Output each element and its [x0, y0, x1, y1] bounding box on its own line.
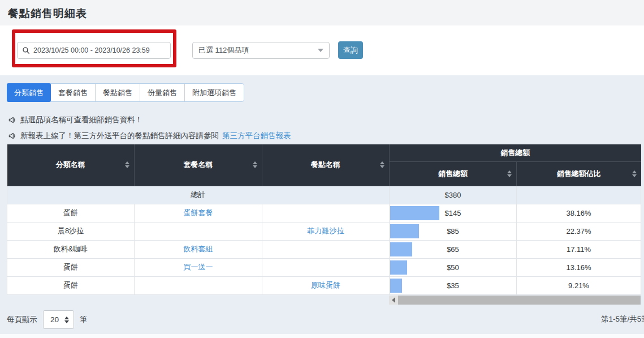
share-cell: 9.21%	[517, 276, 641, 294]
sales-table: 分類名稱 套餐名稱 餐點名稱 銷售總額 銷售總額	[7, 144, 641, 295]
category-cell: 蛋餅	[7, 276, 135, 294]
combo-link[interactable]: 買一送一	[184, 263, 213, 271]
amount-bar	[390, 242, 412, 256]
notice-tip: 點選品項名稱可查看細部銷售資料！	[8, 115, 142, 125]
notice-new-report: 新報表上線了！第三方外送平台的餐點銷售詳細內容請參閱第三方平台銷售報表	[8, 131, 291, 141]
notice-tip-text: 點選品項名稱可查看細部銷售資料！	[20, 115, 142, 125]
items-dropdown[interactable]: 已選 112個品項	[192, 42, 330, 59]
sort-icon[interactable]	[380, 161, 384, 168]
tab-meal-sales[interactable]: 餐點銷售	[96, 84, 140, 101]
stepper-arrows-icon	[64, 316, 69, 323]
meal-link[interactable]: 原味蛋餅	[311, 281, 340, 289]
sort-icon[interactable]	[125, 161, 129, 168]
combo-cell	[135, 276, 262, 294]
top-band: 餐點銷售明細表	[0, 0, 644, 25]
bottom-strip	[0, 334, 644, 338]
page-size-label: 每頁顯示	[7, 315, 37, 325]
amount-cell: $145	[390, 204, 517, 222]
combo-cell: 買一送一	[135, 258, 262, 276]
date-range-value: 2023/10/25 00:00 - 2023/10/26 23:59	[33, 46, 150, 54]
tab-combo-sales[interactable]: 套餐銷售	[51, 84, 96, 101]
page-size-select[interactable]: 20	[43, 310, 74, 329]
category-cell: 飲料&咖啡	[7, 240, 135, 258]
meal-cell: 菲力雞沙拉	[262, 222, 390, 240]
share-cell: 13.16%	[517, 258, 641, 276]
category-cell: 蛋餅	[7, 258, 135, 276]
combo-link[interactable]: 蛋餅套餐	[184, 208, 213, 217]
table-row: 晨8沙拉 菲力雞沙拉 $85 22.37%	[7, 222, 641, 240]
amount-bar	[390, 206, 439, 220]
total-amount: $380	[390, 186, 517, 204]
category-cell: 蛋餅	[7, 204, 135, 222]
report-content: 分類銷售 套餐銷售 餐點銷售 份量銷售 附加選項銷售 點選品項名稱可查看細部銷售…	[0, 75, 644, 338]
query-button[interactable]: 查詢	[338, 41, 363, 59]
amount-cell: $50	[390, 258, 517, 276]
unit-label: 筆	[80, 315, 88, 325]
table-row: 蛋餅 原味蛋餅 $35 9.21%	[7, 276, 641, 294]
share-cell: 17.11%	[517, 240, 641, 258]
tab-addon-sales[interactable]: 附加選項銷售	[185, 84, 244, 101]
col-header-sales-total[interactable]: 銷售總額	[390, 161, 517, 186]
combo-cell: 蛋餅套餐	[135, 204, 262, 222]
meal-cell: 原味蛋餅	[262, 276, 390, 294]
meal-cell	[262, 258, 390, 276]
scrollbar-thumb[interactable]	[398, 296, 641, 305]
share-cell: 22.37%	[517, 222, 641, 240]
pagination-controls: 每頁顯示 20 筆	[7, 310, 88, 329]
meal-cell	[262, 240, 390, 258]
col-group-sales: 銷售總額	[390, 144, 641, 161]
horizontal-scrollbar[interactable]	[389, 296, 641, 305]
total-share	[517, 186, 641, 204]
search-icon	[22, 46, 30, 54]
items-dropdown-value: 已選 112個品項	[198, 45, 249, 55]
tab-category-sales[interactable]: 分類銷售	[7, 83, 51, 102]
megaphone-icon	[8, 115, 17, 125]
page-title: 餐點銷售明細表	[8, 6, 87, 21]
combo-cell	[135, 222, 262, 240]
tab-portion-sales[interactable]: 份量銷售	[140, 84, 185, 101]
notice-new-report-text: 新報表上線了！第三方外送平台的餐點銷售詳細內容請參閱	[20, 131, 219, 141]
col-header-category[interactable]: 分類名稱	[7, 144, 135, 186]
table-row: 蛋餅 買一送一 $50 13.16%	[7, 258, 641, 276]
col-header-meal[interactable]: 餐點名稱	[262, 144, 390, 186]
megaphone-icon	[8, 131, 17, 140]
sort-icon[interactable]	[632, 170, 637, 177]
combo-link[interactable]: 飲料套組	[184, 245, 213, 253]
col-header-sales-share[interactable]: 銷售總額佔比	[517, 161, 641, 186]
record-range-info: 第1-5筆/共5筆	[601, 314, 644, 324]
col-header-combo[interactable]: 套餐名稱	[135, 144, 262, 186]
amount-cell: $65	[390, 240, 517, 258]
table-row: 蛋餅 蛋餅套餐 $145 38.16%	[7, 204, 641, 222]
meal-cell	[262, 204, 390, 222]
amount-bar	[390, 260, 407, 275]
amount-cell: $35	[390, 276, 517, 294]
amount-cell: $85	[390, 222, 517, 240]
table-total-row: 總計 $380	[7, 186, 641, 204]
sort-icon[interactable]	[507, 170, 512, 177]
share-cell: 38.16%	[517, 204, 641, 222]
chevron-down-icon	[318, 49, 323, 52]
filter-bar: 2023/10/25 00:00 - 2023/10/26 23:59 已選 1…	[0, 25, 644, 75]
meal-link[interactable]: 菲力雞沙拉	[308, 226, 344, 235]
sort-icon[interactable]	[253, 161, 257, 168]
scroll-left-arrow-icon[interactable]	[389, 296, 398, 305]
total-label: 總計	[7, 186, 390, 204]
category-cell: 晨8沙拉	[7, 222, 135, 240]
table-row: 飲料&咖啡 飲料套組 $65 17.11%	[7, 240, 641, 258]
amount-bar	[390, 224, 419, 238]
date-range-input[interactable]: 2023/10/25 00:00 - 2023/10/26 23:59	[17, 42, 171, 59]
third-party-report-link[interactable]: 第三方平台銷售報表	[222, 131, 291, 141]
amount-bar	[390, 279, 402, 293]
combo-cell: 飲料套組	[135, 240, 262, 258]
report-tabs: 分類銷售 套餐銷售 餐點銷售 份量銷售 附加選項銷售	[7, 83, 244, 102]
